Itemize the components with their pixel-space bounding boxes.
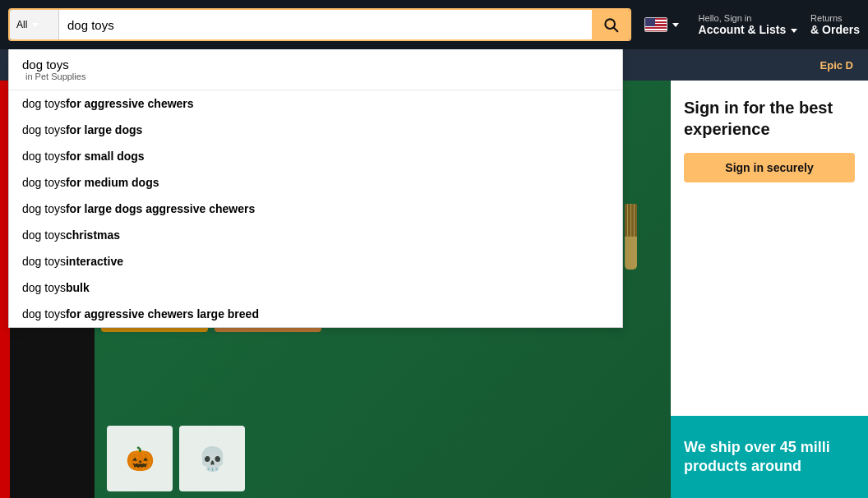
mystery-card[interactable]: 💀 — [179, 426, 245, 491]
hello-sign-in-label: Hello, Sign in — [699, 13, 797, 23]
suggestion-bold-0: for aggressive chewers — [66, 97, 194, 110]
returns-nav-item[interactable]: Returns & Orders — [810, 13, 860, 36]
svg-rect-75 — [628, 204, 630, 237]
search-button[interactable] — [592, 10, 630, 39]
suggestion-item-8[interactable]: dog toys for aggressive chewers large br… — [9, 301, 622, 327]
svg-rect-76 — [631, 204, 634, 237]
right-panel: Sign in for the best experience Sign in … — [671, 81, 868, 498]
suggestion-normal-7: dog toys — [22, 281, 66, 294]
suggestion-normal-0: dog toys — [22, 97, 66, 110]
suggestion-bold-4: for large dogs aggressive chewers — [66, 202, 255, 215]
signin-title: Sign in for the best experience — [684, 97, 855, 140]
suggestion-normal-5: dog toys — [22, 228, 66, 242]
suggestion-item-2[interactable]: dog toys for small dogs — [9, 143, 622, 169]
suggestion-bold-3: for medium dogs — [66, 176, 159, 189]
orders-label: & Orders — [810, 23, 860, 36]
account-lists-label: Account & Lists — [699, 23, 797, 36]
account-chevron-icon — [791, 29, 797, 33]
suggestion-bold-6: interactive — [66, 255, 123, 268]
shipping-text: We ship over 45 milli products around — [684, 438, 855, 477]
suggestion-normal-3: dog toys — [22, 176, 66, 189]
suggestion-normal-2: dog toys — [22, 150, 66, 163]
svg-rect-77 — [635, 204, 637, 237]
suggestion-normal-6: dog toys — [22, 255, 66, 268]
dropdown-main-query[interactable]: dog toys in Pet Supplies — [9, 49, 622, 90]
returns-label: Returns — [810, 13, 860, 23]
header: All Hello, Sign in Account & Lists Retur… — [0, 0, 868, 49]
flag-chevron-icon — [672, 23, 679, 27]
sub-nav-epic-deals[interactable]: Epic D — [814, 59, 860, 71]
account-nav-item[interactable]: Hello, Sign in Account & Lists — [699, 13, 797, 36]
us-flag-icon — [644, 17, 667, 32]
suggestion-item-7[interactable]: dog toys bulk — [9, 274, 622, 301]
header-nav: Hello, Sign in Account & Lists Returns &… — [699, 13, 860, 36]
suggestion-bold-5: christmas — [66, 228, 120, 242]
suggestion-item-0[interactable]: dog toys for aggressive chewers — [9, 90, 622, 117]
suggestion-item-5[interactable]: dog toys christmas — [9, 222, 622, 248]
search-category-select[interactable]: All — [10, 10, 59, 39]
signin-box: Sign in for the best experience Sign in … — [671, 81, 868, 416]
toy-card[interactable]: 🎃 — [107, 426, 173, 491]
suggestion-item-4[interactable]: dog toys for large dogs aggressive chewe… — [9, 196, 622, 222]
search-bar: All — [8, 8, 631, 41]
search-icon — [603, 16, 619, 33]
suggestion-bold-8: for aggressive chewers large breed — [66, 307, 259, 320]
bottom-row-partial: 🎃 💀 — [107, 426, 245, 491]
suggestion-normal-4: dog toys — [22, 202, 66, 215]
suggestion-item-6[interactable]: dog toys interactive — [9, 248, 622, 274]
category-chevron-icon — [32, 23, 39, 27]
category-hint-text: in Pet Supplies — [25, 71, 85, 81]
suggestion-normal-8: dog toys — [22, 307, 66, 320]
suggestion-bold-2: for small dogs — [66, 150, 145, 163]
shipping-box: We ship over 45 milli products around — [671, 416, 868, 498]
flag-area[interactable] — [638, 17, 686, 32]
signin-button[interactable]: Sign in securely — [684, 153, 855, 182]
suggestion-bold-1: for large dogs — [66, 123, 142, 136]
svg-rect-74 — [625, 204, 627, 237]
suggestion-normal-1: dog toys — [22, 123, 66, 136]
search-input[interactable] — [59, 10, 592, 39]
search-dropdown: dog toys in Pet Supplies dog toys for ag… — [8, 49, 623, 328]
suggestion-item-1[interactable]: dog toys for large dogs — [9, 117, 622, 143]
main-query-text: dog toys — [22, 58, 69, 71]
suggestion-bold-7: bulk — [66, 281, 90, 294]
suggestion-item-3[interactable]: dog toys for medium dogs — [9, 169, 622, 196]
svg-line-1 — [613, 28, 617, 32]
category-label: All — [16, 19, 27, 30]
